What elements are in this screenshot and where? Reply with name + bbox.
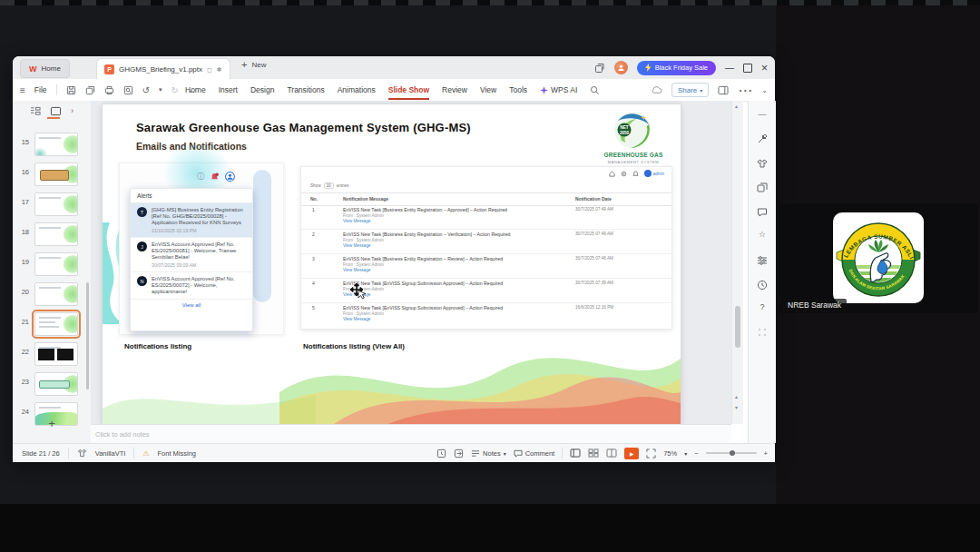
- row-date: 30/7/2025 07:49 AM: [575, 232, 613, 236]
- alert-item[interactable]: T [GHG-MS] Business Entity Registration …: [131, 203, 252, 238]
- menu-design[interactable]: Design: [250, 85, 274, 94]
- entries-select: 10: [324, 182, 334, 189]
- slide-layout-icon[interactable]: [757, 182, 768, 193]
- menu-transitions[interactable]: Transitions: [287, 85, 324, 94]
- print-icon[interactable]: [104, 85, 114, 95]
- file-menu[interactable]: File: [34, 85, 47, 94]
- menu-view[interactable]: View: [480, 85, 496, 94]
- maximize-button[interactable]: [743, 64, 752, 73]
- slide-thumb-15[interactable]: 15: [13, 133, 91, 154]
- thumbnail-scrollbar[interactable]: [86, 282, 89, 389]
- slide-thumb-16[interactable]: 16: [13, 163, 91, 184]
- presenter-timer-icon[interactable]: [436, 448, 446, 458]
- theme-design-icon[interactable]: [757, 158, 768, 169]
- view-message-link[interactable]: View Message: [343, 317, 566, 323]
- slide-canvas[interactable]: Sarawak Greenhouse Gas Management System…: [103, 104, 681, 424]
- share-button[interactable]: Share ▾: [671, 83, 709, 97]
- hamburger-menu-icon[interactable]: ≡: [20, 85, 25, 95]
- undo-dropdown-icon[interactable]: ▾: [159, 86, 162, 94]
- zoom-in-button[interactable]: +: [764, 449, 768, 458]
- wps-presentation-window: W Home P GHGMS_Briefing_v1.pptx ◻ ✱ + Ne…: [13, 56, 775, 461]
- notes-toggle[interactable]: Notes ▾: [471, 449, 506, 458]
- status-right: Notes ▾ Comment ▶ 75% ▾ − +: [436, 444, 768, 462]
- quick-tools-icon[interactable]: [757, 133, 768, 144]
- nreb-sarawak-logo: LEMBAGA SUMBER ASLI DAN ALAM SEKITAR SAR…: [833, 212, 924, 303]
- zoom-level[interactable]: 75%: [663, 449, 677, 458]
- caption-notifications-listing: Notifications listing: [124, 342, 191, 350]
- alert-item[interactable]: J EnVISS Account Approved [Ref No. ES/20…: [131, 238, 252, 272]
- more-options-icon[interactable]: ⋯: [738, 82, 752, 99]
- add-slide-button[interactable]: +: [13, 417, 91, 430]
- zoom-dropdown-icon[interactable]: ▾: [684, 450, 687, 457]
- copy-icon[interactable]: [85, 85, 95, 95]
- zoom-out-button[interactable]: −: [694, 449, 698, 458]
- zoom-slider-handle[interactable]: [730, 450, 735, 456]
- save-icon[interactable]: [66, 85, 76, 95]
- fit-to-window-icon[interactable]: [646, 448, 656, 458]
- slide-thumb-23[interactable]: 23: [13, 372, 91, 394]
- slide-thumb-20[interactable]: 20: [13, 282, 91, 304]
- menu-review[interactable]: Review: [442, 85, 467, 94]
- minimize-button[interactable]: —: [725, 63, 734, 73]
- print-preview-icon[interactable]: [123, 85, 133, 95]
- view-message-link[interactable]: View Message: [343, 268, 566, 274]
- new-tab-button[interactable]: + New: [241, 59, 266, 70]
- account-avatar[interactable]: [614, 61, 628, 74]
- undo-icon[interactable]: ↺: [142, 85, 150, 95]
- bottom-black-strip: [0, 504, 980, 552]
- cloud-sync-status-icon[interactable]: [651, 85, 662, 94]
- collapse-panel-icon[interactable]: ›: [71, 106, 74, 115]
- outline-view-icon[interactable]: [30, 106, 41, 116]
- slide-thumb-22[interactable]: 22: [13, 342, 91, 364]
- scroll-up-icon[interactable]: ▴: [735, 103, 738, 109]
- slide-view-icon[interactable]: [50, 106, 62, 116]
- alerts-view-all-link[interactable]: View all: [131, 300, 252, 310]
- collapse-sidebar-icon[interactable]: —: [757, 110, 768, 121]
- search-icon[interactable]: [590, 85, 600, 95]
- menu-slide-show[interactable]: Slide Show: [388, 85, 429, 94]
- reading-view-icon[interactable]: [606, 448, 617, 458]
- slide-sorter-view-icon[interactable]: [588, 448, 599, 458]
- scrollbar-thumb[interactable]: [735, 306, 740, 348]
- theme-name[interactable]: VanillaVTI: [95, 449, 126, 458]
- apps-grid-icon[interactable]: [757, 327, 768, 338]
- export-panel-icon[interactable]: [454, 448, 464, 458]
- participant-video-tile[interactable]: LEMBAGA SUMBER ASLI DAN ALAM SEKITAR SAR…: [779, 203, 978, 313]
- menu-animations[interactable]: Animations: [338, 85, 376, 94]
- comment-pane-icon[interactable]: [757, 207, 768, 218]
- tab-document[interactable]: P GHGMS_Briefing_v1.pptx ◻ ✱: [96, 58, 230, 80]
- alert-item[interactable]: N EnVISS Account Approved [Ref No. ES/20…: [131, 272, 252, 300]
- show-entries-control: Show 10 entries: [310, 182, 348, 189]
- slide-thumb-18[interactable]: 18: [13, 222, 91, 244]
- slide-thumb-21-selected[interactable]: 21: [13, 312, 91, 334]
- menu-insert[interactable]: Insert: [219, 85, 238, 94]
- view-message-link[interactable]: View Message: [343, 243, 566, 250]
- window-layout-icon[interactable]: [594, 63, 605, 74]
- normal-view-icon[interactable]: [570, 448, 581, 458]
- comment-toggle[interactable]: Comment: [514, 449, 555, 458]
- settings-sliders-icon[interactable]: [757, 255, 768, 266]
- menu-tools[interactable]: Tools: [509, 85, 527, 94]
- tab-home[interactable]: W Home: [20, 59, 70, 78]
- task-pane-icon[interactable]: [718, 85, 729, 95]
- slideshow-play-button[interactable]: ▶: [624, 448, 639, 459]
- notes-input-bar[interactable]: Click to add notes: [91, 424, 731, 443]
- menu-home[interactable]: Home: [185, 85, 206, 94]
- black-friday-sale-button[interactable]: Black Friday Sale: [637, 61, 716, 75]
- close-button[interactable]: ×: [761, 62, 768, 74]
- zoom-slider[interactable]: [706, 452, 757, 454]
- view-message-link[interactable]: View Message: [343, 219, 566, 225]
- view-message-link[interactable]: View Message: [343, 292, 566, 299]
- favorites-star-icon[interactable]: ☆: [757, 230, 768, 241]
- collapse-ribbon-icon[interactable]: ⌄: [761, 86, 768, 94]
- redo-icon[interactable]: ↻: [171, 85, 178, 95]
- history-clock-icon[interactable]: [757, 280, 768, 291]
- help-icon[interactable]: ?: [757, 302, 768, 313]
- next-slide-icon[interactable]: ▾: [735, 404, 738, 410]
- previous-slide-icon[interactable]: ▴: [735, 393, 738, 399]
- slide-thumb-19[interactable]: 19: [13, 252, 91, 274]
- slide-scrollbar[interactable]: ▴ ▴ ▾: [731, 101, 743, 424]
- wps-ai-menu[interactable]: WPS AI: [540, 85, 577, 94]
- font-missing-label[interactable]: Font Missing: [158, 449, 197, 458]
- slide-thumb-17[interactable]: 17: [13, 192, 91, 214]
